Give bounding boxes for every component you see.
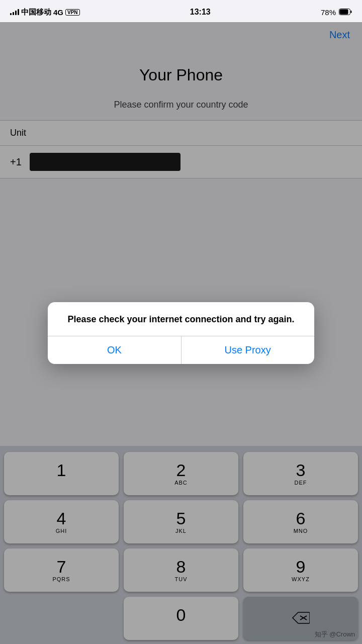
alert-message: Please check your internet connection an… [48, 302, 314, 336]
ok-button[interactable]: OK [48, 336, 181, 364]
status-left: 中国移动 4G VPN [10, 8, 80, 17]
signal-icon [10, 9, 19, 15]
svg-rect-2 [351, 11, 352, 13]
status-right: 78% [321, 8, 352, 17]
battery-percent: 78% [321, 8, 336, 17]
alert-dialog: Please check your internet connection an… [48, 302, 314, 364]
app-area: Next Your Phone Please confirm your coun… [0, 22, 362, 644]
modal-overlay: Please check your internet connection an… [0, 22, 362, 644]
battery-icon [339, 8, 352, 17]
network-label: 4G [53, 8, 63, 17]
vpn-badge: VPN [65, 9, 80, 16]
use-proxy-button[interactable]: Use Proxy [181, 336, 314, 364]
alert-buttons: OK Use Proxy [48, 336, 314, 364]
time-label: 13:13 [190, 8, 211, 17]
svg-rect-1 [340, 9, 348, 14]
status-bar: 中国移动 4G VPN 13:13 78% [0, 0, 362, 22]
carrier-label: 中国移动 [21, 8, 51, 17]
